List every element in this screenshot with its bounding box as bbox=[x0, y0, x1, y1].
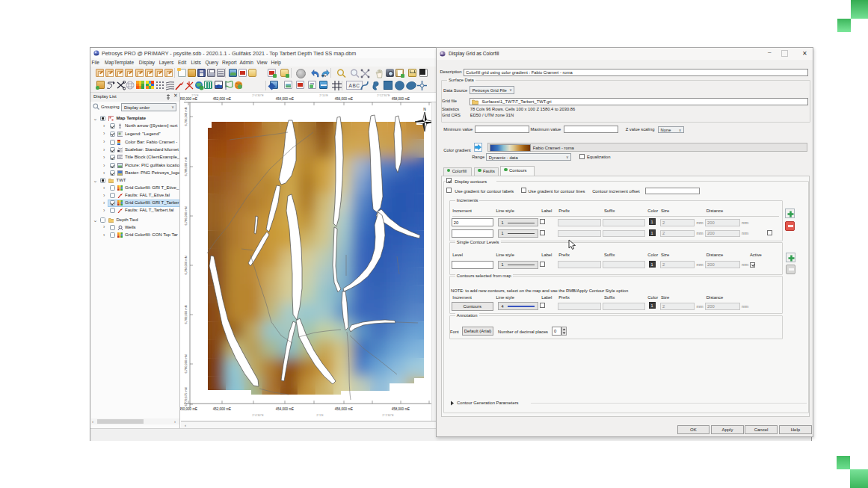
svg-text:2°5'E: 2°5'E bbox=[191, 93, 199, 97]
svg-text:458,000 mE: 458,000 mE bbox=[392, 97, 410, 101]
svg-text:452,000 mE: 452,000 mE bbox=[213, 97, 231, 101]
svg-text:6,784,000 mN: 6,784,000 mN bbox=[184, 256, 188, 274]
svg-text:450,000 mE: 450,000 mE bbox=[180, 407, 197, 411]
svg-text:454,000 mE: 454,000 mE bbox=[276, 407, 294, 411]
svg-text:2°0'30"E: 2°0'30"E bbox=[252, 413, 264, 417]
svg-text:458,000 mE: 458,000 mE bbox=[392, 407, 410, 411]
svg-text:2°0'30"E: 2°0'30"E bbox=[252, 93, 264, 97]
svg-text:6,790,342 mN: 6,790,342 mN bbox=[184, 107, 188, 126]
svg-text:454,000 mE: 454,000 mE bbox=[276, 97, 294, 101]
svg-text:6,782,000 mN: 6,782,000 mN bbox=[184, 305, 188, 324]
svg-text:N: N bbox=[423, 107, 426, 111]
svg-text:2°1'30"E: 2°1'30"E bbox=[382, 413, 394, 417]
svg-text:456,000 mE: 456,000 mE bbox=[335, 97, 353, 101]
svg-text:2°10'E: 2°10'E bbox=[319, 93, 328, 97]
svg-text:6,786,000 mN: 6,786,000 mN bbox=[184, 206, 188, 225]
svg-text:450,000 mE: 450,000 mE bbox=[180, 97, 197, 101]
svg-text:2°1'E: 2°1'E bbox=[316, 413, 324, 417]
svg-text:2°12'30"E: 2°12'30"E bbox=[377, 93, 390, 97]
svg-text:6,780,000 mN: 6,780,000 mN bbox=[184, 354, 188, 373]
svg-text:452,000 mE: 452,000 mE bbox=[213, 407, 231, 411]
svg-text:456,000 mE: 456,000 mE bbox=[335, 407, 353, 411]
svg-text:6,788,000 mN: 6,788,000 mN bbox=[184, 157, 188, 176]
